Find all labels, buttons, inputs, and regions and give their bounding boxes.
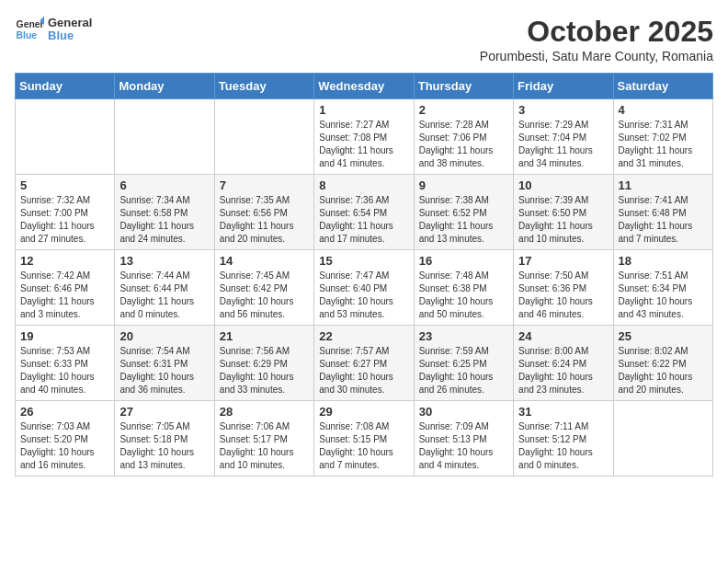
logo-text-general: General — [48, 17, 92, 29]
day-number: 25 — [619, 329, 708, 343]
calendar-cell: 25Sunrise: 8:02 AM Sunset: 6:22 PM Dayli… — [613, 326, 712, 401]
day-info: Sunrise: 7:44 AM Sunset: 6:44 PM Dayligh… — [119, 270, 209, 321]
location-subtitle: Porumbesti, Satu Mare County, Romania — [480, 49, 713, 63]
day-info: Sunrise: 7:38 AM Sunset: 6:52 PM Dayligh… — [419, 194, 508, 246]
day-number: 18 — [619, 254, 708, 268]
day-info: Sunrise: 7:06 AM Sunset: 5:17 PM Dayligh… — [220, 420, 309, 472]
calendar-cell — [214, 99, 313, 175]
day-number: 3 — [518, 103, 608, 117]
day-number: 13 — [119, 254, 209, 268]
calendar-week-4: 19Sunrise: 7:53 AM Sunset: 6:33 PM Dayli… — [16, 326, 713, 401]
weekday-header-row: SundayMondayTuesdayWednesdayThursdayFrid… — [16, 74, 713, 99]
day-number: 4 — [619, 103, 708, 117]
calendar-week-3: 12Sunrise: 7:42 AM Sunset: 6:46 PM Dayli… — [16, 250, 713, 326]
day-info: Sunrise: 7:34 AM Sunset: 6:58 PM Dayligh… — [119, 194, 209, 246]
weekday-header-tuesday: Tuesday — [214, 74, 313, 99]
day-info: Sunrise: 7:29 AM Sunset: 7:04 PM Dayligh… — [518, 119, 608, 170]
calendar-cell: 20Sunrise: 7:54 AM Sunset: 6:31 PM Dayli… — [115, 326, 214, 401]
day-number: 26 — [20, 405, 109, 419]
calendar-cell: 29Sunrise: 7:08 AM Sunset: 5:15 PM Dayli… — [314, 401, 414, 477]
day-info: Sunrise: 7:50 AM Sunset: 6:36 PM Dayligh… — [518, 270, 608, 321]
day-info: Sunrise: 8:00 AM Sunset: 6:24 PM Dayligh… — [518, 345, 608, 396]
calendar-cell — [16, 99, 115, 175]
day-number: 16 — [419, 254, 508, 268]
day-info: Sunrise: 7:36 AM Sunset: 6:54 PM Dayligh… — [319, 194, 408, 246]
day-info: Sunrise: 7:51 AM Sunset: 6:34 PM Dayligh… — [619, 270, 708, 321]
day-number: 20 — [119, 329, 209, 343]
svg-text:General: General — [17, 19, 44, 29]
day-info: Sunrise: 7:09 AM Sunset: 5:13 PM Dayligh… — [419, 420, 508, 472]
day-number: 2 — [419, 103, 508, 117]
calendar-week-1: 1Sunrise: 7:27 AM Sunset: 7:08 PM Daylig… — [16, 99, 713, 175]
day-info: Sunrise: 7:32 AM Sunset: 7:00 PM Dayligh… — [20, 194, 109, 246]
day-number: 1 — [319, 103, 408, 117]
calendar-cell: 22Sunrise: 7:57 AM Sunset: 6:27 PM Dayli… — [314, 326, 414, 401]
day-info: Sunrise: 7:41 AM Sunset: 6:48 PM Dayligh… — [619, 194, 708, 246]
day-number: 29 — [319, 405, 408, 419]
calendar-cell: 10Sunrise: 7:39 AM Sunset: 6:50 PM Dayli… — [514, 175, 613, 250]
day-info: Sunrise: 7:39 AM Sunset: 6:50 PM Dayligh… — [518, 194, 608, 246]
weekday-header-sunday: Sunday — [16, 74, 115, 99]
weekday-header-monday: Monday — [115, 74, 214, 99]
logo-icon: General Blue — [15, 15, 44, 44]
month-title: October 2025 — [480, 15, 713, 49]
day-number: 23 — [419, 329, 508, 343]
day-number: 10 — [518, 178, 608, 192]
logo: General Blue General Blue — [15, 15, 92, 44]
day-info: Sunrise: 7:08 AM Sunset: 5:15 PM Dayligh… — [319, 420, 408, 472]
day-number: 6 — [119, 178, 209, 192]
calendar-cell: 28Sunrise: 7:06 AM Sunset: 5:17 PM Dayli… — [214, 401, 313, 477]
day-info: Sunrise: 7:31 AM Sunset: 7:02 PM Dayligh… — [619, 119, 708, 170]
calendar-cell: 15Sunrise: 7:47 AM Sunset: 6:40 PM Dayli… — [314, 250, 414, 326]
day-info: Sunrise: 7:47 AM Sunset: 6:40 PM Dayligh… — [319, 270, 408, 321]
calendar-week-2: 5Sunrise: 7:32 AM Sunset: 7:00 PM Daylig… — [16, 175, 713, 250]
day-number: 24 — [518, 329, 608, 343]
day-number: 31 — [518, 405, 608, 419]
day-number: 19 — [20, 329, 109, 343]
day-info: Sunrise: 7:42 AM Sunset: 6:46 PM Dayligh… — [20, 270, 109, 321]
svg-text:Blue: Blue — [17, 30, 38, 40]
calendar-cell: 9Sunrise: 7:38 AM Sunset: 6:52 PM Daylig… — [414, 175, 513, 250]
day-number: 21 — [220, 329, 309, 343]
day-number: 27 — [119, 405, 209, 419]
calendar-cell: 8Sunrise: 7:36 AM Sunset: 6:54 PM Daylig… — [314, 175, 414, 250]
calendar-cell: 14Sunrise: 7:45 AM Sunset: 6:42 PM Dayli… — [214, 250, 313, 326]
calendar-cell: 21Sunrise: 7:56 AM Sunset: 6:29 PM Dayli… — [214, 326, 313, 401]
calendar-cell: 19Sunrise: 7:53 AM Sunset: 6:33 PM Dayli… — [16, 326, 115, 401]
calendar-cell: 11Sunrise: 7:41 AM Sunset: 6:48 PM Dayli… — [613, 175, 712, 250]
day-info: Sunrise: 7:35 AM Sunset: 6:56 PM Dayligh… — [220, 194, 309, 246]
day-number: 9 — [419, 178, 508, 192]
day-number: 11 — [619, 178, 708, 192]
day-info: Sunrise: 7:57 AM Sunset: 6:27 PM Dayligh… — [319, 345, 408, 396]
calendar-cell — [115, 99, 214, 175]
day-number: 15 — [319, 254, 408, 268]
calendar-cell: 31Sunrise: 7:11 AM Sunset: 5:12 PM Dayli… — [514, 401, 613, 477]
calendar-cell: 12Sunrise: 7:42 AM Sunset: 6:46 PM Dayli… — [16, 250, 115, 326]
weekday-header-saturday: Saturday — [613, 74, 712, 99]
calendar-cell: 17Sunrise: 7:50 AM Sunset: 6:36 PM Dayli… — [514, 250, 613, 326]
calendar-cell: 2Sunrise: 7:28 AM Sunset: 7:06 PM Daylig… — [414, 99, 513, 175]
weekday-header-thursday: Thursday — [414, 74, 513, 99]
day-number: 28 — [220, 405, 309, 419]
calendar-week-5: 26Sunrise: 7:03 AM Sunset: 5:20 PM Dayli… — [16, 401, 713, 477]
calendar-cell: 24Sunrise: 8:00 AM Sunset: 6:24 PM Dayli… — [514, 326, 613, 401]
logo-text-blue: Blue — [48, 29, 92, 42]
day-info: Sunrise: 7:27 AM Sunset: 7:08 PM Dayligh… — [319, 119, 408, 170]
day-info: Sunrise: 7:59 AM Sunset: 6:25 PM Dayligh… — [419, 345, 508, 396]
calendar-cell: 6Sunrise: 7:34 AM Sunset: 6:58 PM Daylig… — [115, 175, 214, 250]
calendar-cell: 7Sunrise: 7:35 AM Sunset: 6:56 PM Daylig… — [214, 175, 313, 250]
day-number: 12 — [20, 254, 109, 268]
day-info: Sunrise: 7:45 AM Sunset: 6:42 PM Dayligh… — [220, 270, 309, 321]
day-info: Sunrise: 7:54 AM Sunset: 6:31 PM Dayligh… — [119, 345, 209, 396]
day-number: 5 — [20, 178, 109, 192]
day-info: Sunrise: 7:56 AM Sunset: 6:29 PM Dayligh… — [220, 345, 309, 396]
calendar-cell: 30Sunrise: 7:09 AM Sunset: 5:13 PM Dayli… — [414, 401, 513, 477]
calendar-cell: 16Sunrise: 7:48 AM Sunset: 6:38 PM Dayli… — [414, 250, 513, 326]
day-info: Sunrise: 7:05 AM Sunset: 5:18 PM Dayligh… — [119, 420, 209, 472]
calendar-cell: 18Sunrise: 7:51 AM Sunset: 6:34 PM Dayli… — [613, 250, 712, 326]
day-number: 7 — [220, 178, 309, 192]
calendar-cell: 27Sunrise: 7:05 AM Sunset: 5:18 PM Dayli… — [115, 401, 214, 477]
day-number: 14 — [220, 254, 309, 268]
weekday-header-wednesday: Wednesday — [314, 74, 414, 99]
calendar-cell: 23Sunrise: 7:59 AM Sunset: 6:25 PM Dayli… — [414, 326, 513, 401]
